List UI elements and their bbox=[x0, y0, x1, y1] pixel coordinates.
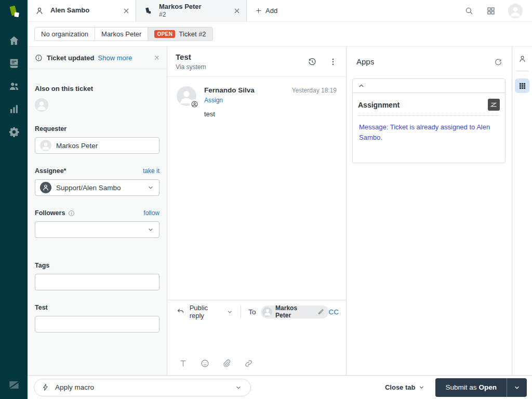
divider bbox=[241, 305, 241, 318]
assign-link[interactable]: Assign bbox=[204, 97, 223, 104]
assignment-app-icon bbox=[488, 99, 500, 111]
main-area: Alen Sambo Markos Peter #2 bbox=[28, 0, 532, 399]
apps-title: Apps bbox=[356, 57, 374, 66]
breadcrumb-person[interactable]: Markos Peter bbox=[95, 27, 148, 41]
toast-close-icon[interactable] bbox=[153, 54, 161, 61]
ticket-footer: Apply macro Close tab Submit as Open bbox=[28, 375, 532, 399]
cc-link[interactable]: CC bbox=[329, 308, 339, 316]
views-icon[interactable] bbox=[8, 58, 20, 69]
tags-label: Tags bbox=[35, 262, 49, 269]
link-icon[interactable] bbox=[244, 359, 253, 368]
zendesk-app: Alen Sambo Markos Peter #2 bbox=[0, 0, 532, 399]
reload-apps-icon[interactable] bbox=[494, 58, 502, 66]
close-tab-control[interactable]: Close tab bbox=[385, 383, 425, 391]
submit-as-open-button[interactable]: Submit as Open bbox=[435, 378, 507, 397]
topbar: Alen Sambo Markos Peter #2 bbox=[28, 0, 532, 22]
custom-text-field[interactable] bbox=[35, 316, 159, 332]
follow-link[interactable]: follow bbox=[143, 209, 159, 217]
reply-arrow-icon bbox=[177, 308, 185, 316]
apps-panel: Apps Assignment bbox=[347, 47, 512, 375]
reply-textarea[interactable] bbox=[167, 323, 346, 355]
text-format-icon[interactable] bbox=[179, 359, 188, 368]
ticket-via: Via system bbox=[176, 63, 206, 71]
breadcrumb: No organization Markos Peter OPEN Ticket… bbox=[28, 22, 532, 46]
status-badge: OPEN bbox=[154, 30, 175, 38]
user-avatar[interactable] bbox=[508, 4, 523, 18]
tab-title: Alen Sambo bbox=[50, 6, 122, 15]
content-row: Ticket updated Show more Also on this ti… bbox=[28, 46, 532, 375]
chevron-down-icon bbox=[147, 226, 154, 233]
assignee-label: Assignee* bbox=[35, 167, 66, 175]
message-avatar[interactable] bbox=[177, 86, 196, 106]
followers-select[interactable] bbox=[35, 221, 159, 238]
message-body: test bbox=[204, 110, 337, 118]
show-more-link[interactable]: Show more bbox=[98, 54, 132, 62]
apps-grid-icon[interactable] bbox=[515, 78, 529, 93]
app-collapse-bar[interactable] bbox=[353, 79, 505, 93]
tab-alen-sambo[interactable]: Alen Sambo bbox=[28, 0, 136, 21]
chevron-down-icon bbox=[147, 184, 154, 191]
emoji-icon[interactable] bbox=[201, 359, 209, 368]
edit-pencil-icon[interactable] bbox=[317, 308, 325, 315]
app-switcher-icon[interactable] bbox=[486, 6, 496, 16]
breadcrumb-ticket[interactable]: OPEN Ticket #2 bbox=[148, 27, 212, 41]
app-message: Message: Ticket is already assigned to A… bbox=[358, 116, 500, 155]
toast-title: Ticket updated bbox=[47, 54, 95, 62]
chevron-down-icon bbox=[235, 384, 242, 391]
apply-macro-combobox[interactable]: Apply macro bbox=[34, 379, 251, 396]
product-sidebar bbox=[0, 0, 28, 399]
message-timestamp: Yesterday 18:19 bbox=[292, 87, 337, 94]
submit-options-caret[interactable] bbox=[507, 378, 527, 397]
ticket-number: Ticket #2 bbox=[179, 30, 206, 38]
person-tab-icon bbox=[35, 6, 44, 16]
reply-type-label: Public reply bbox=[190, 304, 224, 320]
events-history-icon[interactable] bbox=[308, 57, 317, 66]
home-icon[interactable] bbox=[8, 35, 20, 46]
divider bbox=[516, 71, 528, 71]
breadcrumb-org[interactable]: No organization bbox=[34, 27, 95, 41]
to-label: To bbox=[248, 308, 256, 316]
custom-field-label: Test bbox=[35, 304, 48, 311]
fields-form: Also on this ticket Requester Markos Pet… bbox=[28, 69, 167, 332]
ticket-subject: Test bbox=[176, 52, 206, 62]
requester-field[interactable]: Markos Peter bbox=[35, 137, 159, 154]
reply-bar: Public reply To Markos Peter bbox=[167, 300, 346, 323]
admin-gear-icon[interactable] bbox=[8, 126, 20, 138]
kebab-menu-icon[interactable] bbox=[328, 57, 338, 66]
apply-macro-label: Apply macro bbox=[55, 383, 94, 391]
add-tab-button[interactable]: Add bbox=[247, 0, 286, 21]
recipient-name: Markos Peter bbox=[275, 304, 314, 319]
attachment-icon[interactable] bbox=[222, 359, 231, 368]
assignment-app-card: Assignment Message: Ticket is already as… bbox=[352, 78, 506, 163]
collaborator-avatar[interactable] bbox=[35, 98, 48, 112]
app-title: Assignment bbox=[358, 101, 400, 109]
search-icon[interactable] bbox=[464, 6, 474, 16]
close-tab-icon[interactable] bbox=[122, 7, 130, 15]
reporting-icon[interactable] bbox=[8, 103, 20, 115]
recipient-pill[interactable]: Markos Peter bbox=[261, 305, 328, 318]
recipient-avatar bbox=[262, 307, 272, 317]
customer-context-icon[interactable] bbox=[518, 55, 527, 63]
zendesk-z-logo-icon[interactable] bbox=[7, 378, 21, 392]
followers-label: Followers bbox=[35, 209, 65, 217]
chevron-down-icon bbox=[418, 384, 425, 391]
tab-markos-peter[interactable]: Markos Peter #2 bbox=[136, 0, 247, 21]
conversation-header: Test Via system bbox=[167, 47, 346, 77]
take-it-link[interactable]: take it bbox=[143, 167, 159, 175]
chevron-down-icon bbox=[227, 309, 233, 315]
assignee-badge-icon bbox=[190, 99, 200, 109]
add-label: Add bbox=[265, 7, 277, 15]
reply-section: Public reply To Markos Peter bbox=[167, 300, 346, 375]
customers-icon[interactable] bbox=[8, 81, 20, 92]
tags-field[interactable] bbox=[35, 274, 159, 290]
topbar-right bbox=[464, 0, 532, 21]
assignee-select[interactable]: Support/Alen Sambo bbox=[35, 179, 159, 196]
close-tab-icon[interactable] bbox=[233, 7, 241, 15]
submit-prefix: Submit as bbox=[445, 383, 476, 391]
reply-type-selector[interactable]: Public reply bbox=[190, 304, 234, 320]
macro-lightning-icon bbox=[42, 383, 49, 391]
followers-info-icon bbox=[68, 210, 75, 217]
assignee-avatar bbox=[40, 182, 51, 193]
requester-value: Markos Peter bbox=[56, 142, 98, 150]
close-tab-label: Close tab bbox=[385, 383, 416, 391]
